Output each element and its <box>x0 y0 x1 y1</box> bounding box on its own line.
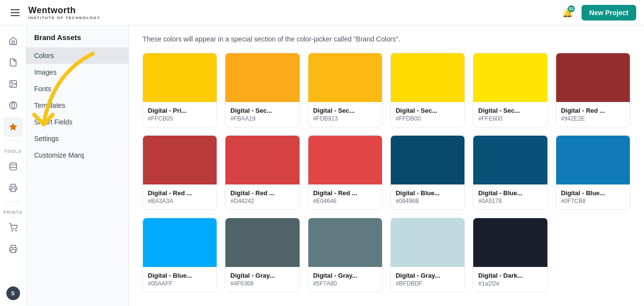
color-name-14: Digital - Gray... <box>313 272 377 279</box>
sidebar-divider <box>5 141 21 141</box>
nav-item-smart-fields[interactable]: Smart Fields <box>26 114 128 130</box>
main-layout: TOOLS PRINTS S Brand Assets ColorsImages… <box>0 25 644 306</box>
nav-item-fonts[interactable]: Fonts <box>26 81 128 97</box>
color-hex-12: #00AAFF <box>148 280 212 287</box>
color-card-10[interactable]: Digital - Blue...#0A5178 <box>473 135 547 210</box>
nav-item-templates[interactable]: Templates <box>26 97 128 114</box>
color-hex-15: #BFDBDF <box>396 280 460 287</box>
color-card-12[interactable]: Digital - Blue...#00AAFF <box>142 218 217 292</box>
svg-point-6 <box>12 230 13 231</box>
color-hex-14: #5F7A80 <box>313 280 377 287</box>
color-card-2[interactable]: Digital - Sec...#FDB913 <box>308 53 382 127</box>
sidebar-icon-print2[interactable] <box>3 178 23 198</box>
svg-marker-3 <box>9 123 17 130</box>
color-card-16[interactable]: Digital - Dark...#1a1f2e <box>473 218 547 292</box>
color-name-8: Digital - Red ... <box>313 189 377 197</box>
color-name-0: Digital - Pri... <box>148 107 212 114</box>
notif-badge: ID <box>568 5 575 12</box>
sidebar-divider2 <box>5 202 21 202</box>
color-swatch-9 <box>391 136 464 184</box>
color-card-6[interactable]: Digital - Red ...#BA3A3A <box>142 135 217 210</box>
color-card-9[interactable]: Digital - Blue...#09496B <box>390 135 465 210</box>
nav-item-customize[interactable]: Customize Marq <box>26 147 128 163</box>
color-hex-6: #BA3A3A <box>148 198 212 204</box>
color-swatch-13 <box>225 218 299 267</box>
user-avatar[interactable]: S <box>6 286 20 300</box>
logo: Wentworth Institute of Technology <box>28 5 101 20</box>
color-name-5: Digital - Red ... <box>561 107 625 114</box>
sidebar-icon-print[interactable] <box>3 239 23 259</box>
nav-sidebar: Brand Assets ColorsImagesFontsTemplatesS… <box>26 25 129 306</box>
color-card-8[interactable]: Digital - Red ...#E04646 <box>308 135 382 210</box>
color-hex-10: #0A5178 <box>478 198 542 204</box>
color-card-7[interactable]: Digital - Red ...#D44242 <box>225 135 300 210</box>
color-swatch-3 <box>391 53 464 102</box>
color-grid: Digital - Pri...#FFCB05Digital - Sec...#… <box>142 53 630 292</box>
color-name-12: Digital - Blue... <box>148 272 212 279</box>
content-area: These colors will appear in a special se… <box>129 25 644 306</box>
color-card-13[interactable]: Digital - Gray...#4F6368 <box>225 218 300 292</box>
color-hex-3: #FFDB00 <box>396 115 460 122</box>
hamburger-menu[interactable] <box>8 6 22 19</box>
color-name-6: Digital - Red ... <box>148 189 212 197</box>
topbar-left: Wentworth Institute of Technology <box>8 5 101 20</box>
svg-rect-5 <box>11 189 15 192</box>
color-swatch-2 <box>308 53 382 102</box>
color-card-15[interactable]: Digital - Gray...#BFDBDF <box>390 218 465 292</box>
color-swatch-0 <box>143 53 217 102</box>
nav-item-settings[interactable]: Settings <box>26 130 128 147</box>
color-name-2: Digital - Sec... <box>313 107 377 114</box>
color-hex-4: #FFE600 <box>478 115 542 122</box>
sidebar-icon-star[interactable] <box>3 117 23 137</box>
notifications-button[interactable]: 🔔 ID <box>559 4 576 21</box>
color-swatch-15 <box>391 218 464 267</box>
color-swatch-16 <box>473 218 547 267</box>
sidebar-icon-file[interactable] <box>3 53 23 72</box>
logo-name: Wentworth <box>28 5 101 16</box>
color-swatch-1 <box>225 53 299 102</box>
sidebar-icon-brand[interactable] <box>3 96 23 115</box>
color-hex-9: #09496B <box>396 198 460 204</box>
color-name-13: Digital - Gray... <box>230 272 294 279</box>
color-hex-7: #D44242 <box>230 198 294 204</box>
color-swatch-7 <box>225 136 299 184</box>
sidebar-icon-cart[interactable] <box>3 218 23 237</box>
topbar-right: 🔔 ID New Project <box>559 4 636 21</box>
sidebar-icon-home[interactable] <box>3 31 23 51</box>
prints-label: PRINTS <box>3 210 22 215</box>
color-card-14[interactable]: Digital - Gray...#5F7A80 <box>308 218 382 292</box>
color-swatch-14 <box>308 218 382 267</box>
sidebar-icon-image[interactable] <box>3 74 23 94</box>
color-card-1[interactable]: Digital - Sec...#FBAA19 <box>225 53 300 127</box>
svg-rect-8 <box>11 250 15 253</box>
color-name-4: Digital - Sec... <box>478 107 542 114</box>
svg-point-7 <box>16 230 17 231</box>
svg-point-4 <box>10 163 17 165</box>
nav-item-colors[interactable]: Colors <box>26 47 128 64</box>
color-name-7: Digital - Red ... <box>230 189 294 197</box>
svg-point-1 <box>11 82 12 83</box>
color-swatch-10 <box>473 136 547 184</box>
color-swatch-4 <box>473 53 547 102</box>
color-swatch-12 <box>143 218 217 267</box>
sidebar-icon-tools-db[interactable] <box>3 157 23 176</box>
color-hex-13: #4F6368 <box>230 280 294 287</box>
color-card-4[interactable]: Digital - Sec...#FFE600 <box>473 53 547 127</box>
svg-point-2 <box>9 102 17 109</box>
color-card-5[interactable]: Digital - Red ...#942E2E <box>556 53 630 127</box>
color-hex-8: #E04646 <box>313 198 377 204</box>
icon-sidebar: TOOLS PRINTS S <box>0 25 26 306</box>
color-hex-5: #942E2E <box>561 115 625 122</box>
color-swatch-8 <box>308 136 382 184</box>
color-hex-2: #FDB913 <box>313 115 377 122</box>
color-card-0[interactable]: Digital - Pri...#FFCB05 <box>142 53 217 127</box>
new-project-button[interactable]: New Project <box>582 5 636 20</box>
color-swatch-6 <box>143 136 217 184</box>
nav-item-images[interactable]: Images <box>26 64 128 81</box>
color-card-11[interactable]: Digital - Blue...#0F7CB8 <box>556 135 630 210</box>
color-name-1: Digital - Sec... <box>230 107 294 114</box>
color-name-9: Digital - Blue... <box>396 189 460 197</box>
color-hex-11: #0F7CB8 <box>561 198 625 204</box>
topbar: Wentworth Institute of Technology 🔔 ID N… <box>0 0 644 25</box>
color-card-3[interactable]: Digital - Sec...#FFDB00 <box>390 53 465 127</box>
